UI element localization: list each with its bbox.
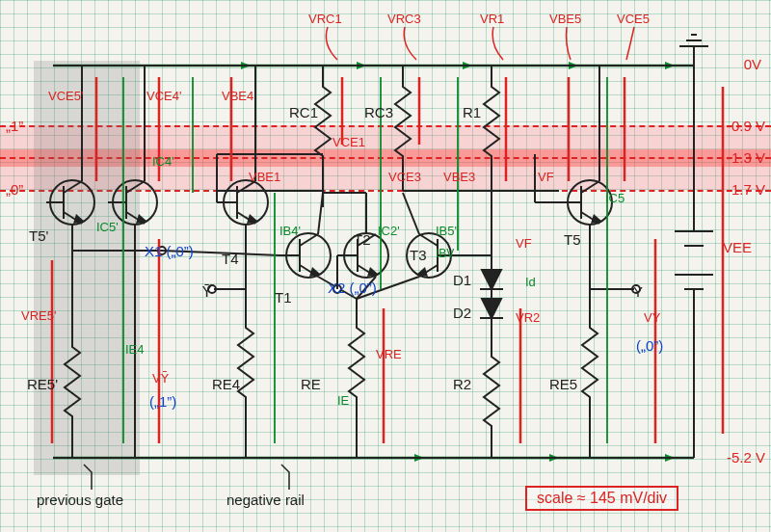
annot-hooks — [0, 0, 771, 532]
